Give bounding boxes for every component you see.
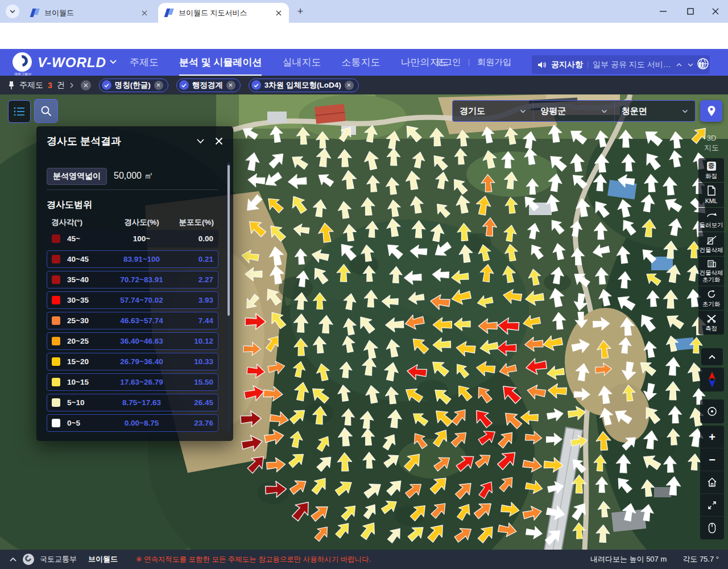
slope-arrow [383, 407, 406, 430]
chip-close-icon[interactable] [345, 81, 354, 90]
map-canvas[interactable]: 경사도 분석결과 분석영역넓이 50,000 ㎡ 경사도범위 경사각(°) 경사… [0, 94, 728, 550]
slope-arrow [496, 337, 518, 360]
layer-chip[interactable]: 명칭(한글) [99, 79, 168, 92]
window-close-button[interactable] [711, 7, 720, 16]
notice-prev-icon[interactable] [676, 63, 682, 67]
zoom-in-button[interactable]: + [700, 426, 724, 448]
filter-expand-chevron[interactable] [69, 82, 74, 89]
slope-range: 17.63~26.79 [106, 378, 177, 386]
building-reset-button[interactable]: 건물삭제 초기화 [698, 257, 724, 286]
reset-button[interactable]: 초기화 [698, 286, 724, 310]
mouse-guide-button[interactable] [700, 517, 724, 539]
zoom-out-button[interactable]: − [700, 448, 724, 471]
collapse-tools-button[interactable] [701, 348, 723, 365]
layer-list-button[interactable] [8, 100, 31, 123]
slope-arrow [520, 311, 543, 333]
slope-arrow [478, 173, 498, 193]
tour-button[interactable]: 둘러보기 [698, 208, 724, 232]
vworld-brand[interactable]: V-WORLD [38, 55, 106, 71]
sigungu-select[interactable]: 양평군 [533, 101, 614, 121]
auth-divider [469, 59, 469, 66]
notice-ticker[interactable]: 공지사항 일부 공유 지도 서비… [532, 55, 710, 74]
fullscreen-button[interactable] [700, 494, 724, 517]
angle-range: 10~15 [67, 378, 106, 386]
distribution-value: 10.12 [177, 337, 213, 345]
distribution-value: 23.76 [177, 419, 213, 427]
table-row[interactable]: 0~50.00~8.7523.76 [47, 414, 218, 432]
dong-select[interactable]: 청운면 [615, 101, 695, 121]
slope-arrow [263, 477, 288, 502]
filter-clear-all-button[interactable] [81, 80, 91, 90]
slope-arrow [382, 522, 408, 548]
table-row[interactable]: 25~3046.63~57.747.44 [47, 312, 218, 329]
slope-arrow [448, 284, 474, 310]
home-button[interactable] [700, 471, 724, 494]
table-row[interactable]: 35~4070.72~83.912.27 [47, 271, 218, 288]
language-globe-icon[interactable] [697, 57, 709, 70]
tab-search-chevron[interactable] [6, 5, 19, 18]
panel-close-icon[interactable] [215, 137, 223, 145]
panel-scrollbar-thumb[interactable] [228, 165, 230, 316]
chevron-down-icon [601, 109, 607, 113]
menu-indoor[interactable]: 실내지도 [282, 56, 321, 69]
move-to-region-button[interactable] [700, 100, 722, 122]
chip-close-icon[interactable] [154, 81, 163, 90]
tab-close-icon[interactable] [140, 9, 149, 18]
map-mode-label[interactable]: 3D 지도 [698, 133, 725, 152]
compass-button[interactable] [700, 368, 724, 391]
table-row[interactable]: 45~100~0.00 [47, 230, 218, 248]
table-row[interactable]: 30~3557.74~70.023.93 [47, 291, 218, 309]
slope-arrow [594, 500, 614, 519]
layer-chip[interactable]: 행정경계 [176, 79, 241, 92]
menu-analysis[interactable]: 분석 및 시뮬레이션 [179, 56, 262, 69]
slope-arrow [425, 496, 453, 524]
table-row[interactable]: 10~1517.63~26.7915.50 [47, 373, 218, 391]
window-minimize-button[interactable] [659, 7, 668, 16]
slope-arrow [593, 339, 615, 361]
building-delete-button[interactable]: 건물삭제 [698, 232, 724, 256]
table-row[interactable]: 20~2536.40~46.6310.12 [47, 332, 218, 350]
slope-arrow [333, 263, 354, 283]
menu-communication[interactable]: 소통지도 [341, 56, 380, 69]
slope-arrow [544, 285, 569, 310]
molit-logo[interactable]: 국토교통부 [13, 52, 33, 73]
chip-label: 행정경계 [192, 80, 223, 90]
quality-button[interactable]: 중 화질 [698, 158, 724, 182]
table-row[interactable]: 15~2026.79~36.4010.33 [47, 353, 218, 370]
browser-tab-inactive[interactable]: 브이월드 [24, 3, 155, 23]
angle-range: 30~35 [67, 296, 106, 304]
brand-chevron-icon[interactable] [109, 59, 117, 65]
slope-color-swatch [52, 296, 60, 304]
speaker-icon [537, 61, 547, 69]
slope-arrow [594, 384, 616, 406]
measure-button[interactable]: 측정 [698, 311, 724, 335]
statusbar-expand-chevron[interactable] [9, 557, 17, 562]
signup-link[interactable]: 회원가입 [477, 57, 511, 68]
slope-arrow [662, 262, 685, 286]
browser-tab-active[interactable]: 브이월드 지도서비스 [158, 3, 289, 23]
slope-arrow [334, 148, 355, 168]
my-location-button[interactable] [700, 399, 724, 423]
new-tab-button[interactable]: + [295, 6, 306, 17]
slope-arrow [571, 361, 594, 384]
notice-next-icon[interactable] [687, 63, 694, 67]
table-row[interactable]: 40~4583.91~1000.21 [47, 250, 218, 268]
panel-collapse-icon[interactable] [196, 138, 205, 144]
kml-button[interactable]: KML [698, 183, 724, 207]
chip-close-icon[interactable] [226, 81, 235, 90]
slope-arrow [590, 172, 610, 193]
sido-select[interactable]: 경기도 [453, 101, 533, 121]
layer-chip[interactable]: 3차원 입체모형(LoD4) [249, 79, 359, 92]
slope-arrow [520, 452, 545, 477]
menu-thememap[interactable]: 주제도 [130, 56, 159, 69]
tab-close-icon[interactable] [274, 9, 283, 18]
map-search-button[interactable] [34, 99, 58, 123]
window-maximize-button[interactable] [686, 7, 695, 16]
panel-scrollbar[interactable] [227, 163, 230, 433]
table-row[interactable]: 5~108.75~17.6326.45 [47, 394, 218, 411]
slope-arrow [400, 476, 428, 504]
slope-arrow [660, 307, 689, 336]
login-link[interactable]: 로그인 [435, 57, 461, 68]
slope-arrow [478, 216, 500, 238]
slope-arrow [421, 517, 452, 549]
